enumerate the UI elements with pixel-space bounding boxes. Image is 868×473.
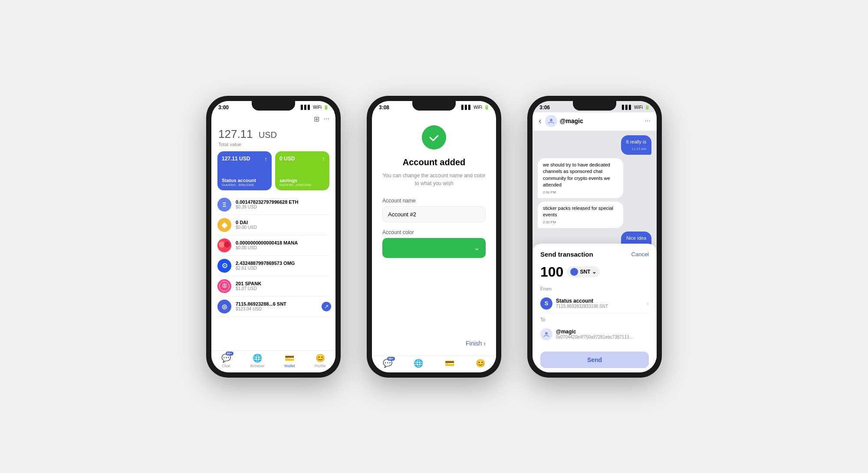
msg-2-time: 2:31 PM (543, 190, 618, 195)
msg-3: sticker packs released for special event… (538, 202, 623, 228)
nav2-browser[interactable]: 🌐 (414, 359, 423, 368)
tx-from-name: Status account (556, 298, 643, 304)
spank-icon: Ⓢ (217, 279, 231, 293)
time-1: 3:00 (218, 104, 229, 111)
chat-more-icon[interactable]: ··· (645, 117, 651, 125)
tx-from-addr: 7115.8692832833196 SNT (556, 304, 643, 309)
msg-3-text: sticker packs released for special event… (543, 206, 613, 217)
tx-from-row[interactable]: S Status account 7115.8692832833196 SNT … (540, 294, 649, 313)
phone-wallet: 3:00 ▋▋▋ WiFi 🔋 ⊞ ··· 127.11 USD Total v… (206, 96, 341, 378)
snt-usd: $123.04 USD (236, 307, 286, 311)
msg-1-time: 11:15 AM (626, 147, 646, 151)
tx-to-addr: 0x0704420e4f750a97281ebc7387113... (556, 335, 649, 339)
to-avatar-icon (543, 331, 550, 338)
checkmark-icon (428, 131, 440, 144)
svg-point-3 (550, 119, 552, 121)
token-dai[interactable]: ◈ 0 DAI $0.00 USD (217, 215, 329, 235)
mana-icon (217, 238, 231, 252)
account-name-input[interactable] (382, 206, 486, 222)
phone-account-added: 3:08 ▋▋▋ WiFi 🔋 Account added You can ch… (367, 96, 501, 378)
finish-button[interactable]: Finish › (466, 340, 486, 347)
tx-header: Send transaction Cancel (540, 251, 649, 258)
tx-to-row[interactable]: @magic 0x0704420e4f750a97281ebc7387113..… (540, 325, 649, 344)
token-snt[interactable]: ◎ 7115.86923288...6 SNT $123.04 USD ↗ (217, 297, 329, 317)
balance-amount: 127.11 USD (218, 127, 329, 141)
tx-send-button[interactable]: Send (540, 352, 649, 368)
card1-upload-icon[interactable]: ↑ (264, 156, 267, 163)
grid-icon[interactable]: ⊞ (314, 115, 319, 123)
account-card-status[interactable]: 127.11 USD ↑ Status account 0xA40b0...90… (217, 151, 272, 190)
wallet-nav-icon: 💳 (285, 353, 294, 363)
chat-badge: 99+ (226, 352, 233, 356)
tx-to-info: @magic 0x0704420e4f750a97281ebc7387113..… (556, 329, 649, 339)
card1-name: Status account (222, 178, 267, 183)
account-cards: 127.11 USD ↑ Status account 0xA40b0...90… (211, 151, 335, 195)
nav-wallet[interactable]: 💳 Wallet (284, 353, 295, 368)
snt-icon: ◎ (217, 300, 231, 313)
mana-amount: 0.0000000000000418 MANA (236, 240, 298, 245)
card2-upload-icon[interactable]: ↑ (322, 156, 325, 163)
tx-token-chevron-icon: ⌄ (592, 269, 596, 275)
nav2-wallet[interactable]: 💳 (445, 359, 454, 368)
dai-amount: 0 DAI (236, 220, 257, 225)
card1-amount: 127.11 USD (222, 156, 250, 162)
nav-profile[interactable]: 😊 Profile (315, 353, 326, 368)
snt-send-badge[interactable]: ↗ (322, 302, 331, 311)
signal-icon: ▋▋▋ (301, 105, 311, 110)
tx-to-label: To (540, 317, 649, 322)
time-3: 3:06 (539, 104, 550, 111)
notch-2 (412, 101, 456, 111)
mana-usd: $0.00 USD (236, 245, 298, 250)
token-eth[interactable]: Ξ 0.001478232797996628 ETH $0.39 USD (217, 195, 329, 215)
wifi-icon-2: WiFi (473, 105, 482, 110)
phone-chat-screen: 3:06 ▋▋▋ WiFi 🔋 ‹ @magic ··· (533, 101, 657, 372)
color-picker-arrow-icon: ⌄ (474, 244, 480, 252)
finish-row: Finish › (382, 333, 486, 347)
color-picker[interactable]: ⌄ (382, 238, 486, 258)
phone-chat: 3:06 ▋▋▋ WiFi 🔋 ‹ @magic ··· (527, 96, 662, 378)
tx-from-label: From (540, 286, 649, 291)
chat-nav-label: Chat (222, 364, 230, 368)
svg-point-4 (545, 332, 548, 335)
token-mana[interactable]: 0.0000000000000418 MANA $0.00 USD (217, 235, 329, 256)
signal-icon-3: ▋▋▋ (622, 105, 632, 110)
browser-nav-icon: 🌐 (253, 353, 262, 363)
notch-3 (573, 101, 616, 111)
back-button[interactable]: ‹ (539, 116, 542, 126)
nav-browser[interactable]: 🌐 Browser (250, 353, 265, 368)
token-omg[interactable]: ⊙ 2.4324887997869573 OMG $2.61 USD (217, 256, 329, 276)
card2-amount: 0 USD (279, 156, 295, 162)
phone-account-screen: 3:08 ▋▋▋ WiFi 🔋 Account added You can ch… (372, 101, 496, 372)
nav-chat[interactable]: 💬 99+ Chat (221, 353, 231, 368)
nav2-profile[interactable]: 😊 (476, 359, 485, 368)
eth-usd: $0.39 USD (236, 205, 298, 209)
notch (252, 101, 295, 111)
tx-cancel-button[interactable]: Cancel (631, 251, 649, 258)
browser-nav-label: Browser (250, 364, 265, 368)
chat-name: @magic (560, 117, 645, 124)
more-icon[interactable]: ··· (324, 115, 329, 123)
account-card-savings[interactable]: 0 USD ↑ savings 0x03F64...A590248c (275, 151, 329, 190)
account-added-subtitle: You can change the account name and colo… (382, 172, 486, 187)
dai-usd: $0.00 USD (236, 225, 257, 230)
tx-token-selector[interactable]: SNT ⌄ (567, 266, 600, 277)
token-spank[interactable]: Ⓢ 201 SPANK $1.07 USD (217, 276, 329, 297)
scene: 3:00 ▋▋▋ WiFi 🔋 ⊞ ··· 127.11 USD Total v… (0, 0, 868, 473)
time-2: 3:08 (379, 104, 389, 111)
omg-amount: 2.4324887997869573 OMG (236, 261, 295, 266)
avatar-icon (548, 117, 555, 124)
status-icons-1: ▋▋▋ WiFi 🔋 (301, 105, 329, 110)
balance-label: Total value (218, 142, 329, 147)
nav2-chat-badge: 99+ (387, 357, 395, 361)
spank-info: 201 SPANK $1.07 USD (236, 281, 261, 291)
finish-arrow-icon: › (483, 340, 486, 347)
nav2-chat[interactable]: 💬 99+ (383, 359, 392, 368)
spank-amount: 201 SPANK (236, 281, 261, 286)
omg-icon: ⊙ (217, 259, 231, 273)
dai-info: 0 DAI $0.00 USD (236, 220, 257, 230)
nav2-profile-icon: 😊 (476, 359, 485, 368)
signal-icon-2: ▋▋▋ (461, 105, 472, 110)
account-color-label: Account color (382, 229, 486, 235)
wifi-icon-3: WiFi (634, 105, 643, 110)
card2-name: savings (279, 178, 325, 183)
